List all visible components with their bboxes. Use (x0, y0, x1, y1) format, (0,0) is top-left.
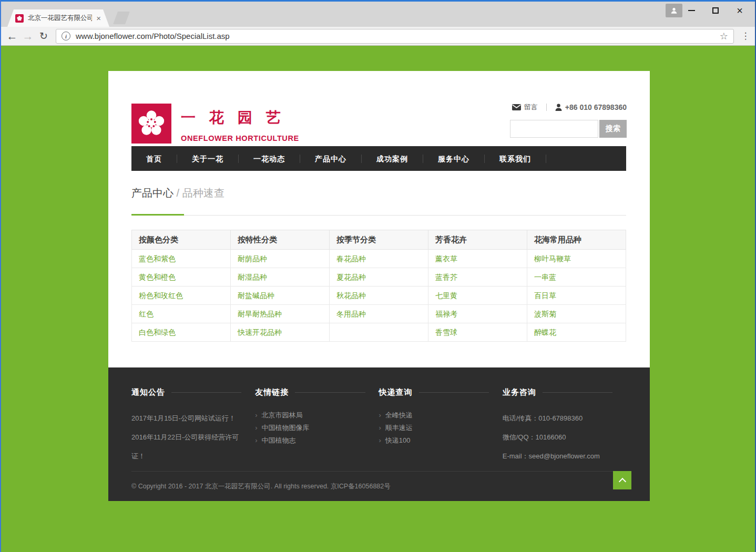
footer-item-list: 电话/传真：010-67898360微信/QQ：10166060E-mail：s… (503, 409, 612, 466)
footer-item[interactable]: ›顺丰速运 (379, 422, 489, 434)
table-cell: 耐湿品种 (231, 268, 330, 287)
table-cell: 波斯菊 (527, 305, 626, 323)
species-link[interactable]: 白色和绿色 (139, 328, 176, 336)
back-to-top-button[interactable] (613, 471, 631, 489)
table-cell: 春花品种 (330, 250, 428, 268)
species-link[interactable]: 香雪球 (435, 328, 457, 336)
logo-english-name: ONEFLOWER HORTICULTURE (181, 134, 299, 142)
footer-column: 快递查询›全峰快递›顺丰速运›快递100 (379, 387, 503, 466)
back-icon[interactable]: ← (4, 30, 20, 42)
window-minimize-button[interactable] (679, 2, 703, 19)
reload-icon[interactable]: ↻ (36, 31, 52, 41)
species-link[interactable]: 耐湿品种 (238, 273, 267, 281)
table-cell: 红色 (132, 305, 231, 323)
species-link[interactable]: 夏花品种 (336, 273, 366, 281)
species-link[interactable]: 耐荫品种 (238, 254, 267, 263)
species-link[interactable]: 耐旱耐热品种 (238, 310, 282, 318)
tab-close-icon[interactable]: × (96, 14, 101, 22)
footer-item-text: 顺丰速运 (385, 424, 413, 432)
url-bar[interactable]: i www.bjoneflower.com/Photo/SpecialList.… (56, 29, 734, 44)
breadcrumb-section[interactable]: 产品中心 (131, 187, 173, 199)
footer-item: 2016年11月22日-公司获得经营许可证！ (131, 428, 241, 466)
chevron-right-icon: › (379, 436, 381, 444)
footer-column: 业务咨询电话/传真：010-67898360微信/QQ：10166060E-ma… (503, 387, 626, 466)
footer-item-text: 电话/传真：010-67898360 (503, 414, 583, 422)
table-cell: 福禄考 (428, 305, 527, 323)
footer-item: E-mail：seed@bjoneflower.com (503, 447, 612, 466)
species-link[interactable]: 醉蝶花 (534, 328, 556, 336)
tab-title: 北京一花园艺有限公司 (28, 14, 92, 23)
species-link[interactable]: 冬用品种 (336, 310, 366, 318)
nav-item[interactable]: 成功案例 (362, 155, 423, 163)
table-header-cell: 花海常用品种 (527, 230, 626, 250)
table-row: 白色和绿色快速开花品种香雪球醉蝶花 (132, 323, 626, 342)
species-link[interactable]: 快速开花品种 (238, 328, 282, 336)
header-contact: 留言 +86 010 67898360 (512, 103, 627, 112)
maximize-icon (712, 7, 719, 14)
table-row: 粉色和玫红色耐盐碱品种秋花品种七里黄百日草 (132, 287, 626, 305)
species-link[interactable]: 蓝色和紫色 (139, 254, 176, 263)
species-link[interactable]: 柳叶马鞭草 (534, 254, 571, 263)
bookmark-star-icon[interactable]: ☆ (720, 30, 728, 42)
search-button[interactable]: 搜索 (599, 120, 627, 138)
species-link[interactable]: 蓝香芥 (435, 273, 457, 281)
message-link[interactable]: 留言 (524, 103, 538, 112)
footer-column-header: 友情链接 (255, 387, 365, 397)
breadcrumb-separator: / (173, 187, 182, 199)
footer-item[interactable]: ›北京市园林局 (255, 409, 365, 422)
species-link[interactable]: 春花品种 (336, 254, 366, 263)
footer-item[interactable]: ›快递100 (379, 434, 489, 447)
nav-item[interactable]: 产品中心 (300, 155, 362, 163)
nav-item[interactable]: 一花动态 (239, 155, 300, 163)
table-cell: 蓝香芥 (428, 268, 527, 287)
table-cell: 冬用品种 (330, 305, 428, 323)
species-link[interactable]: 红色 (139, 310, 154, 318)
species-link[interactable]: 耐盐碱品种 (238, 291, 274, 300)
section-divider (131, 214, 626, 216)
search-input[interactable] (510, 120, 598, 138)
footer-item-text: 2016年11月22日-公司获得经营许可证！ (131, 433, 239, 460)
footer-column: 通知公告2017年1月15日-公司网站试运行！2016年11月22日-公司获得经… (131, 387, 255, 466)
footer-column-title: 通知公告 (131, 387, 165, 397)
phone-number: +86 010 67898360 (565, 103, 627, 111)
footer-item-text: 2017年1月15日-公司网站试运行！ (131, 414, 236, 422)
window-maximize-button[interactable] (703, 2, 728, 19)
breadcrumb-current: 品种速查 (182, 187, 224, 199)
species-link[interactable]: 薰衣草 (435, 254, 457, 263)
nav-item[interactable]: 首页 (131, 155, 177, 163)
species-link[interactable]: 七里黄 (435, 291, 457, 300)
new-tab-button[interactable] (113, 12, 130, 24)
species-link[interactable]: 一串蓝 (534, 273, 556, 281)
species-link[interactable]: 粉色和玫红色 (139, 291, 183, 300)
footer-item[interactable]: ›全峰快递 (379, 409, 489, 422)
nav-item[interactable]: 服务中心 (423, 155, 485, 163)
nav-item[interactable]: 关于一花 (177, 155, 239, 163)
footer-item[interactable]: ›中国植物图像库 (255, 422, 365, 434)
copyright-text: © Copyright 2016 - 2017 北京一花园艺有限公司. All … (131, 482, 391, 491)
chevron-right-icon: › (255, 424, 257, 432)
species-link[interactable]: 秋花品种 (336, 291, 366, 300)
site-logo[interactable]: 一花园艺 ONEFLOWER HORTICULTURE (131, 104, 299, 144)
species-link[interactable]: 百日草 (534, 291, 556, 300)
footer-item-list: ›北京市园林局›中国植物图像库›中国植物志 (255, 409, 365, 447)
url-text[interactable]: www.bjoneflower.com/Photo/SpecialList.as… (76, 32, 720, 40)
menu-dots-icon[interactable]: ⋮ (738, 30, 753, 42)
footer-columns: 通知公告2017年1月15日-公司网站试运行！2016年11月22日-公司获得经… (131, 387, 626, 466)
footer-item[interactable]: ›中国植物志 (255, 434, 365, 447)
footer-title-line (419, 392, 489, 393)
footer-column-header: 业务咨询 (503, 387, 612, 397)
chevron-up-icon (618, 477, 626, 485)
species-link[interactable]: 波斯菊 (534, 310, 556, 318)
species-link[interactable]: 黄色和橙色 (139, 273, 176, 281)
species-link[interactable]: 福禄考 (435, 310, 457, 318)
table-cell: 一串蓝 (527, 268, 626, 287)
footer-column-header: 通知公告 (131, 387, 241, 397)
nav-item[interactable]: 联系我们 (485, 155, 546, 163)
browser-tab[interactable]: 北京一花园艺有限公司 × (7, 9, 109, 27)
table-header-cell: 按特性分类 (231, 230, 330, 250)
window-close-button[interactable]: × (728, 2, 752, 19)
main-nav: 首页关于一花一花动态产品中心成功案例服务中心联系我们 (131, 146, 626, 171)
info-icon[interactable]: i (62, 32, 70, 40)
footer-item-text: E-mail：seed@bjoneflower.com (503, 452, 600, 460)
footer-column-title: 业务咨询 (503, 387, 536, 397)
